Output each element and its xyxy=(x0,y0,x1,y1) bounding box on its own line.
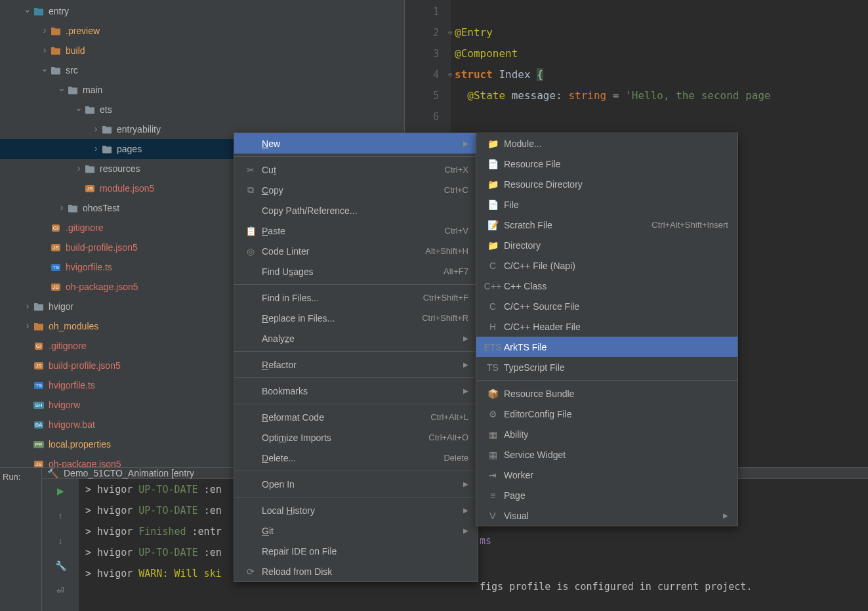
menu-item-analyze[interactable]: Analyze▶ xyxy=(234,328,478,348)
menu-shortcut: Ctrl+Alt+Shift+Insert xyxy=(651,220,728,230)
file-icon: JS xyxy=(50,242,62,253)
menu-item-reload-from-disk[interactable]: ⟳Reload from Disk xyxy=(234,561,478,581)
menu-label: Paste xyxy=(262,226,445,236)
menu-item-bookmarks[interactable]: Bookmarks▶ xyxy=(234,381,478,401)
menu-item-page[interactable]: ≡Page xyxy=(476,485,737,505)
menu-item-optimize-imports[interactable]: Optimize ImportsCtrl+Alt+O xyxy=(234,427,478,448)
menu-label: TypeScript File xyxy=(504,362,728,373)
menu-item-new[interactable]: New▶ xyxy=(234,133,478,154)
tree-item-ets[interactable]: ets xyxy=(0,100,404,119)
menu-label: Directory xyxy=(504,240,728,251)
menu-item-find-usages[interactable]: Find UsagesAlt+F7 xyxy=(234,261,478,282)
menu-icon: C xyxy=(486,301,500,312)
folder-icon xyxy=(33,321,45,331)
menu-item-repair-ide-on-file[interactable]: Repair IDE on File xyxy=(234,541,478,561)
submenu-arrow-icon: ▶ xyxy=(463,361,468,368)
chevron-icon[interactable] xyxy=(91,124,101,135)
chevron-icon[interactable] xyxy=(22,321,33,331)
chevron-icon[interactable] xyxy=(39,26,50,36)
menu-label: Local History xyxy=(262,505,463,516)
menu-item-resource-bundle[interactable]: 📦Resource Bundle xyxy=(476,383,737,404)
menu-shortcut: Ctrl+Shift+R xyxy=(422,313,468,323)
chevron-icon[interactable] xyxy=(39,65,50,75)
menu-item-refactor[interactable]: Refactor▶ xyxy=(234,354,478,375)
menu-label: C/C++ File (Napi) xyxy=(504,261,728,271)
file-icon: TS xyxy=(50,262,62,272)
menu-item-resource-directory[interactable]: 📁Resource Directory xyxy=(476,174,737,194)
menu-item-c-c---source-file[interactable]: CC/C++ Source File xyxy=(476,296,737,316)
file-icon: JS xyxy=(33,360,45,371)
menu-item-c-c---header-file[interactable]: HC/C++ Header File xyxy=(476,316,737,337)
menu-item-worker[interactable]: ⇥Worker xyxy=(476,465,737,485)
down-icon[interactable]: ↓ xyxy=(54,534,67,547)
tree-item--preview[interactable]: .preview xyxy=(0,21,404,41)
menu-shortcut: Ctrl+Alt+O xyxy=(428,432,468,442)
menu-item-scratch-file[interactable]: 📝Scratch FileCtrl+Alt+Shift+Insert xyxy=(476,215,737,235)
tree-item-build[interactable]: build xyxy=(0,41,404,60)
menu-item-arkts-file[interactable]: ETSArkTS File xyxy=(476,337,737,357)
file-icon: GI xyxy=(50,222,62,233)
menu-label: Analyze xyxy=(262,333,463,344)
wrench-icon[interactable]: 🔧 xyxy=(54,559,67,572)
chevron-icon[interactable] xyxy=(22,301,33,312)
menu-item-c---class[interactable]: C++C++ Class xyxy=(476,276,737,296)
menu-item-reformat-code[interactable]: Reformat CodeCtrl+Alt+L xyxy=(234,407,478,427)
menu-label: Delete... xyxy=(262,453,444,463)
menu-item-visual[interactable]: VVisual▶ xyxy=(476,505,737,526)
menu-item-local-history[interactable]: Local History▶ xyxy=(234,500,478,520)
run-button[interactable]: ▶ xyxy=(54,484,67,497)
tree-item-label: .gitignore xyxy=(49,341,87,351)
menu-label: Service Widget xyxy=(504,450,728,460)
menu-item-replace-in-files---[interactable]: Replace in Files...Ctrl+Shift+R xyxy=(234,308,478,328)
menu-shortcut: Ctrl+Shift+F xyxy=(423,293,468,303)
menu-item-editorconfig-file[interactable]: ⚙EditorConfig File xyxy=(476,404,737,424)
menu-label: Optimize Imports xyxy=(262,432,428,443)
code-token: figs profile is configured in current pr… xyxy=(480,581,752,593)
menu-item-ability[interactable]: ▦Ability xyxy=(476,424,737,444)
tree-item-src[interactable]: src xyxy=(0,60,404,80)
menu-label: Repair IDE on File xyxy=(262,546,468,557)
menu-label: C/C++ Source File xyxy=(504,301,728,312)
menu-item-typescript-file[interactable]: TSTypeScript File xyxy=(476,357,737,377)
chevron-icon[interactable] xyxy=(91,144,101,154)
context-menu[interactable]: New▶✂CutCtrl+X⧉CopyCtrl+CCopy Path/Refer… xyxy=(234,133,478,582)
menu-item-service-widget[interactable]: ▦Service Widget xyxy=(476,444,737,465)
tree-item-entry[interactable]: entry xyxy=(0,1,404,21)
chevron-icon[interactable] xyxy=(39,45,50,56)
run-controls: ▶ ↑ ↓ 🔧 ⏎ ⤓ xyxy=(42,479,79,611)
up-icon[interactable]: ↑ xyxy=(54,509,67,522)
menu-label: Reload from Disk xyxy=(262,566,468,577)
chevron-icon[interactable] xyxy=(73,104,84,115)
wrap-icon[interactable]: ⏎ xyxy=(54,584,67,597)
menu-item-git[interactable]: Git▶ xyxy=(234,520,478,541)
tree-item-label: resources xyxy=(100,163,140,174)
chevron-icon[interactable] xyxy=(73,163,84,174)
folder-icon xyxy=(50,26,62,36)
menu-label: Resource Bundle xyxy=(504,389,728,399)
menu-item-module---[interactable]: 📁Module... xyxy=(476,133,737,154)
tree-item-main[interactable]: main xyxy=(0,80,404,100)
menu-item-file[interactable]: 📄File xyxy=(476,194,737,215)
menu-item-copy-path-reference---[interactable]: Copy Path/Reference... xyxy=(234,200,478,221)
menu-item-cut[interactable]: ✂CutCtrl+X xyxy=(234,159,478,180)
menu-item-copy[interactable]: ⧉CopyCtrl+C xyxy=(234,180,478,200)
menu-item-resource-file[interactable]: 📄Resource File xyxy=(476,154,737,174)
chevron-icon[interactable] xyxy=(56,203,67,213)
menu-item-code-linter[interactable]: ◎Code LinterAlt+Shift+H xyxy=(234,241,478,261)
menu-label: Open In xyxy=(262,479,463,490)
menu-item-directory[interactable]: 📁Directory xyxy=(476,235,737,255)
menu-item-find-in-files---[interactable]: Find in Files...Ctrl+Shift+F xyxy=(234,287,478,308)
menu-label: Resource File xyxy=(504,159,728,169)
hammer-icon: 🔨 xyxy=(47,468,58,478)
run-tab-label[interactable]: Demo_51CTO_Animation [entry xyxy=(64,468,194,478)
menu-label: Find in Files... xyxy=(262,293,423,303)
chevron-icon[interactable] xyxy=(56,85,67,95)
menu-item-open-in[interactable]: Open In▶ xyxy=(234,474,478,494)
menu-item-c-c---file--napi-[interactable]: CC/C++ File (Napi) xyxy=(476,255,737,276)
chevron-icon[interactable] xyxy=(22,6,33,16)
menu-label: Bookmarks xyxy=(262,386,463,396)
menu-item-delete---[interactable]: Delete...Delete xyxy=(234,448,478,468)
submenu-new[interactable]: 📁Module...📄Resource File📁Resource Direct… xyxy=(476,133,738,526)
menu-item-paste[interactable]: 📋PasteCtrl+V xyxy=(234,221,478,241)
file-icon: JS xyxy=(50,282,62,292)
